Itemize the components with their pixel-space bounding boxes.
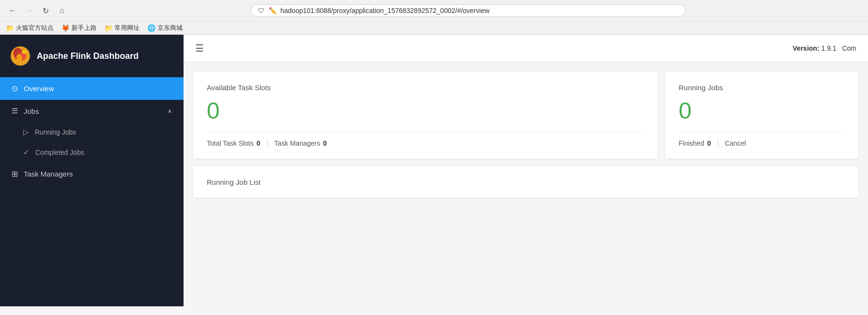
address-bar[interactable]: 🛡 ✏️ hadoop101:8088/proxy/application_15… (251, 4, 685, 17)
commit-label: Com (842, 44, 856, 52)
cancelled-label: Cancel (725, 139, 746, 147)
folder-icon2: 📁 (104, 24, 113, 32)
sidebar-sub-label: Running Jobs (35, 128, 76, 136)
sidebar-item-label: Task Managers (24, 170, 73, 178)
task-manager-icon: ⊞ (12, 169, 18, 178)
browser-toolbar: ← → ↻ ⌂ 🛡 ✏️ hadoop101:8088/proxy/applic… (0, 0, 868, 21)
running-jobs-title: Running Jobs (679, 83, 845, 92)
available-task-slots-title: Available Task Slots (207, 83, 644, 92)
chevron-up-icon: ∧ (168, 108, 172, 114)
bookmark-label: 火狐官方站点 (16, 24, 54, 32)
version-value: 1.9.1 (821, 44, 836, 52)
overview-icon: ⊙ (12, 84, 18, 93)
footer-divider (267, 139, 268, 147)
version-label: Version: (793, 44, 819, 52)
running-job-list-card: Running Job List (193, 166, 858, 198)
forward-button[interactable]: → (22, 4, 36, 17)
sidebar-title: Apache Flink Dashboard (37, 51, 139, 61)
stats-row: Available Task Slots 0 Total Task Slots … (193, 72, 858, 159)
running-jobs-value: 0 (679, 99, 845, 123)
sidebar-section-label: Jobs (24, 107, 39, 115)
bookmark-label: 新手上路 (71, 24, 97, 32)
sidebar-header: Apache Flink Dashboard (0, 35, 184, 77)
total-task-slots-label: Total Task Slots (207, 139, 254, 147)
sidebar-item-jobs[interactable]: ☰ Jobs ∧ (0, 100, 184, 122)
nav-buttons: ← → ↻ ⌂ (6, 4, 69, 17)
sidebar-item-running-jobs[interactable]: ▷ Running Jobs (0, 122, 184, 142)
check-circle-icon: ✓ (23, 148, 29, 157)
bookmark-jd[interactable]: 🌐 京东商城 (147, 24, 183, 32)
bookmark-newuser[interactable]: 🦊 新手上路 (61, 24, 97, 32)
finished-item: Finished 0 (679, 139, 711, 147)
total-task-slots-value: 0 (256, 139, 260, 147)
sidebar-item-label: Overview (24, 84, 54, 93)
play-circle-icon: ▷ (23, 128, 29, 137)
running-jobs-footer: Finished 0 Cancel (679, 132, 845, 147)
sidebar-sub-label: Completed Jobs (35, 149, 84, 156)
jobs-icon: ☰ (12, 107, 18, 115)
firefox-icon: 🦊 (61, 24, 70, 32)
available-task-slots-card: Available Task Slots 0 Total Task Slots … (193, 72, 657, 159)
sidebar-item-overview[interactable]: ⊙ Overview (0, 77, 184, 100)
pencil-icon: ✏️ (269, 7, 277, 14)
bookmark-label: 常用网址 (114, 24, 140, 32)
refresh-button[interactable]: ↻ (39, 4, 52, 17)
total-task-slots-item: Total Task Slots 0 (207, 139, 260, 147)
running-job-list-title: Running Job List (207, 178, 845, 186)
sidebar: Apache Flink Dashboard ⊙ Overview ☰ Jobs… (0, 35, 184, 306)
folder-icon: 📁 (6, 24, 14, 32)
available-task-slots-footer: Total Task Slots 0 Task Managers 0 (207, 132, 644, 147)
hamburger-icon[interactable]: ☰ (195, 42, 204, 54)
version-info: Version: 1.9.1 Com (793, 44, 856, 52)
main-content: ☰ Version: 1.9.1 Com Available Task Slot… (184, 35, 868, 306)
finished-label: Finished (679, 139, 704, 147)
cancelled-item: Cancel (725, 139, 746, 147)
running-jobs-card: Running Jobs 0 Finished 0 Cancel (665, 72, 858, 159)
footer-divider2 (718, 139, 718, 147)
bookmark-foxofficial[interactable]: 📁 火狐官方站点 (6, 24, 54, 32)
shield-icon: 🛡 (258, 7, 265, 14)
task-managers-value: 0 (323, 139, 327, 147)
flink-logo (10, 45, 31, 67)
home-button[interactable]: ⌂ (55, 4, 69, 17)
task-managers-item: Task Managers 0 (274, 139, 327, 147)
back-button[interactable]: ← (6, 4, 19, 17)
browser-chrome: ← → ↻ ⌂ 🛡 ✏️ hadoop101:8088/proxy/applic… (0, 0, 868, 35)
task-managers-label: Task Managers (274, 139, 320, 147)
bookmarks-bar: 📁 火狐官方站点 🦊 新手上路 📁 常用网址 🌐 京东商城 (0, 21, 868, 34)
bookmark-commonsite[interactable]: 📁 常用网址 (104, 24, 140, 32)
url-text: hadoop101:8088/proxy/application_1576832… (281, 7, 678, 14)
sidebar-nav: ⊙ Overview ☰ Jobs ∧ ▷ Running Jobs ✓ Com… (0, 77, 184, 306)
svg-point-4 (22, 50, 26, 54)
finished-value: 0 (707, 139, 711, 147)
bookmark-label: 京东商城 (157, 24, 183, 32)
globe-icon: 🌐 (147, 24, 156, 32)
sidebar-item-completed-jobs[interactable]: ✓ Completed Jobs (0, 142, 184, 163)
top-bar: ☰ Version: 1.9.1 Com (184, 35, 868, 62)
sidebar-item-task-managers[interactable]: ⊞ Task Managers (0, 163, 184, 185)
content-area: Available Task Slots 0 Total Task Slots … (184, 62, 868, 306)
available-task-slots-value: 0 (207, 99, 644, 123)
app-container: Apache Flink Dashboard ⊙ Overview ☰ Jobs… (0, 35, 868, 306)
